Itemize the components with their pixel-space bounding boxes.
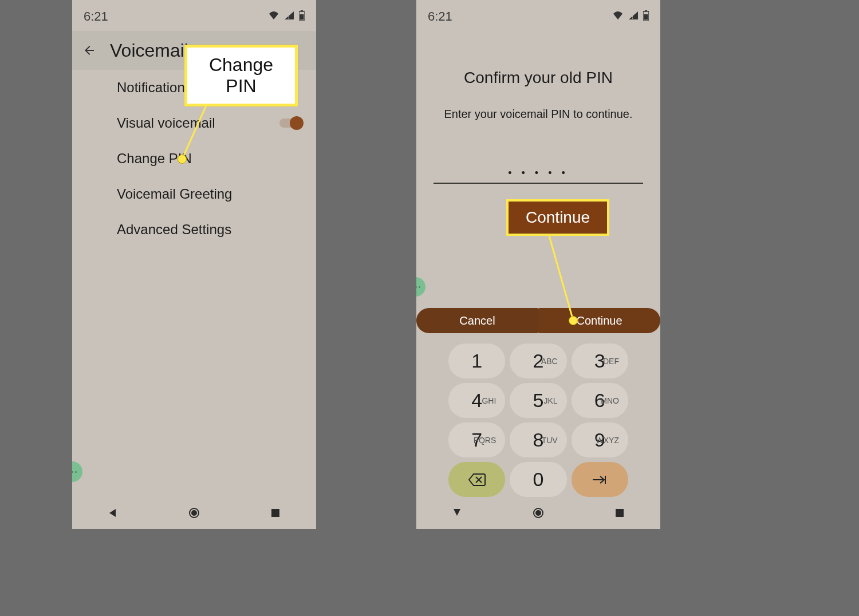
key-9[interactable]: 9WXYZ [572,422,628,457]
nav-back-icon[interactable] [96,502,130,524]
nav-back-icon[interactable] [440,502,474,524]
nav-recents-icon[interactable] [258,502,293,524]
callout-change-pin: Change PIN [184,45,298,106]
confirm-title: Confirm your old PIN [434,69,643,87]
submit-arrow-icon [592,475,608,485]
settings-item-label: Visual voicemail [117,115,215,131]
wifi-icon [268,11,279,22]
status-bar: 6:21 ! [416,0,660,31]
settings-item-voicemail-greeting[interactable]: Voicemail Greeting [72,176,316,212]
cancel-button[interactable]: Cancel [416,308,538,333]
system-navbar [72,497,316,529]
callout-label: Change PIN [209,54,273,96]
nav-recents-icon[interactable] [602,502,637,524]
status-icons: ! [612,10,649,23]
key-1[interactable]: 1 [448,343,505,378]
pin-mask: • • • • • [508,167,569,179]
continue-button[interactable]: Continue [538,308,660,333]
svg-point-5 [191,510,197,516]
svg-text:!: ! [287,14,289,20]
settings-item-label: Notifications [117,80,192,96]
wifi-icon [612,11,624,22]
settings-item-advanced-settings[interactable]: Advanced Settings [72,212,316,247]
battery-icon [299,10,305,23]
settings-item-label: Voicemail Greeting [117,186,232,202]
assistant-bubble-icon[interactable] [72,461,82,482]
status-time: 6:21 [428,9,452,24]
status-bar: 6:21 ! [72,0,316,31]
battery-icon [643,10,649,23]
visual-voicemail-toggle[interactable] [279,119,300,128]
key-0[interactable]: 0 [510,462,566,497]
settings-item-change-pin[interactable]: Change PIN [72,141,316,176]
continue-label: Continue [576,314,622,327]
key-3[interactable]: 3DEF [572,343,628,378]
nav-home-icon[interactable] [177,502,211,524]
key-backspace[interactable] [448,462,505,497]
keypad: 1 2ABC 3DEF 4GHI 5JKL 6MNO 7PQRS 8TUV 9W… [416,340,660,497]
nav-home-icon[interactable] [521,502,555,524]
assistant-bubble-icon[interactable] [416,277,425,297]
callout-marker-change-pin [178,155,187,164]
system-navbar [416,497,660,529]
phone-confirm-pin: 6:21 ! Confirm your old PIN Enter your v… [416,0,660,529]
cancel-label: Cancel [459,314,495,327]
svg-rect-6 [271,509,279,517]
svg-text:!: ! [632,14,633,20]
key-4[interactable]: 4GHI [448,383,505,418]
svg-point-13 [535,510,541,516]
signal-icon: ! [628,11,639,22]
callout-marker-continue [569,316,578,325]
signal-icon: ! [284,11,294,22]
key-7[interactable]: 7PQRS [448,422,505,457]
settings-item-label: Advanced Settings [117,222,231,238]
confirm-pin-area: Confirm your old PIN Enter your voicemai… [416,31,660,121]
callout-continue: Continue [506,199,609,236]
key-6[interactable]: 6MNO [572,383,628,418]
callout-label: Continue [526,208,590,226]
confirm-subtitle: Enter your voicemail PIN to continue. [434,108,643,121]
key-5[interactable]: 5JKL [510,383,566,418]
action-buttons: Cancel Continue [416,308,660,333]
status-time: 6:21 [84,9,108,24]
back-arrow-icon[interactable] [82,44,96,57]
key-submit[interactable] [572,462,628,497]
svg-rect-14 [616,509,624,517]
pin-input[interactable]: • • • • • [434,163,643,184]
key-8[interactable]: 8TUV [510,422,566,457]
svg-rect-3 [300,14,304,20]
settings-item-visual-voicemail[interactable]: Visual voicemail [72,105,316,141]
status-icons: ! [268,10,305,23]
page-title: Voicemail [110,40,188,61]
svg-rect-10 [644,14,648,20]
key-2[interactable]: 2ABC [510,343,566,378]
backspace-icon [468,473,486,486]
